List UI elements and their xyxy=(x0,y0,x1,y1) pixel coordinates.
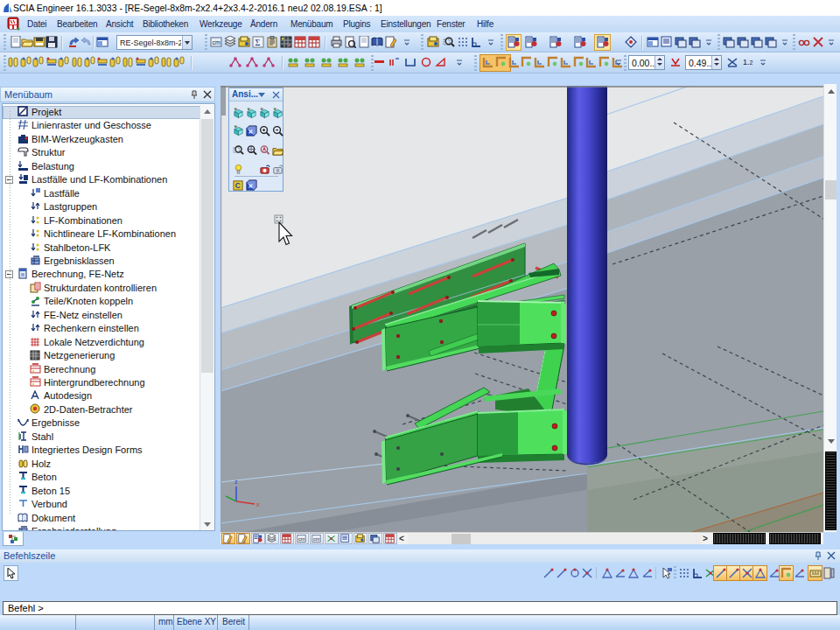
svg-text:x: x xyxy=(256,501,260,508)
svg-text:z: z xyxy=(234,479,238,485)
